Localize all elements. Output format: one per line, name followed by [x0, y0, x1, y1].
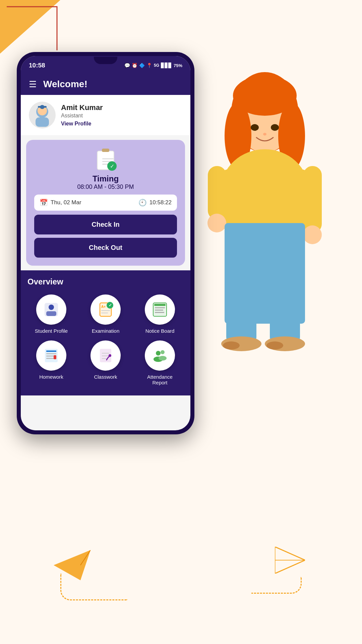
svg-point-10 [251, 124, 259, 131]
svg-rect-49 [46, 356, 54, 357]
timing-card: ✓ Timing 08:00 AM - 05:30 PM 📅 Thu, 02 M… [26, 140, 185, 266]
network-icon: 5G [154, 63, 159, 68]
location-icon: 📍 [146, 63, 152, 68]
notice-board-label: Notice Board [145, 328, 175, 334]
notice-board-icon-circle [145, 294, 175, 325]
phone-screen: 10:58 💬 ⏰ 🔷 📍 5G ▊▊▊ 75% ☰ Welcome! [21, 56, 190, 430]
svg-rect-51 [54, 355, 56, 359]
whatsapp-icon: 💬 [124, 63, 130, 68]
view-profile-link[interactable]: View Profile [61, 121, 103, 127]
svg-rect-31 [38, 106, 47, 108]
attendance-report-icon-circle [145, 340, 175, 371]
status-icons: 💬 ⏰ 🔷 📍 5G ▊▊▊ 75% [124, 63, 182, 68]
check-in-button[interactable]: Check In [34, 215, 177, 234]
svg-rect-21 [226, 270, 256, 344]
examination-label: Examination [92, 328, 120, 334]
svg-point-11 [271, 124, 279, 131]
phone-frame: 10:58 💬 ⏰ 🔷 📍 5G ▊▊▊ 75% ☰ Welcome! [17, 52, 194, 434]
app-header: ☰ Welcome! [21, 73, 190, 95]
check-circle-icon: ✓ [107, 161, 117, 171]
svg-point-26 [266, 341, 283, 350]
homework-icon-circle [36, 340, 66, 371]
date-time-row: 📅 Thu, 02 Mar 🕙 10:58:22 [34, 195, 177, 211]
svg-point-60 [159, 356, 167, 361]
phone-notch [94, 57, 117, 64]
homework-label: Homework [39, 374, 63, 380]
classwork-label: Classwork [94, 374, 117, 380]
svg-rect-15 [221, 169, 308, 230]
dotted-line-right [251, 577, 302, 594]
bluetooth-icon: 🔷 [139, 63, 145, 68]
svg-point-25 [223, 341, 240, 350]
svg-rect-44 [155, 310, 163, 311]
profile-name: Amit Kumar [61, 103, 103, 112]
svg-rect-22 [270, 270, 300, 344]
overview-title: Overview [27, 277, 184, 286]
overview-item-examination[interactable]: A+ ✓ Examination [82, 294, 129, 334]
clock-icon: 🕙 [138, 199, 147, 207]
examination-icon-circle: A+ ✓ [90, 294, 121, 325]
svg-point-57 [156, 351, 161, 356]
svg-rect-48 [46, 353, 56, 354]
svg-marker-0 [0, 0, 60, 54]
status-time: 10:58 [29, 62, 45, 69]
svg-rect-34 [46, 311, 56, 316]
alarm-icon: ⏰ [132, 63, 137, 68]
svg-rect-43 [155, 307, 165, 308]
date-text: Thu, 02 Mar [51, 199, 81, 206]
svg-text:A+: A+ [101, 305, 106, 309]
check-out-button[interactable]: Check Out [34, 238, 177, 258]
time-display: 🕙 10:58:22 [138, 199, 172, 207]
svg-rect-47 [46, 351, 56, 352]
svg-rect-28 [36, 117, 49, 127]
profile-role: Assistant [61, 113, 103, 119]
svg-point-18 [207, 214, 226, 232]
overview-item-homework[interactable]: Homework [27, 340, 75, 385]
calendar-icon: 📅 [40, 199, 48, 207]
top-left-decoration [0, 0, 67, 60]
svg-rect-42 [154, 304, 166, 306]
student-profile-icon-circle [36, 294, 66, 325]
overview-grid: Student Profile A+ ✓ Exami [27, 294, 184, 385]
svg-text:✓: ✓ [109, 303, 112, 308]
svg-point-56 [109, 354, 111, 357]
svg-point-9 [233, 75, 297, 116]
date-display: 📅 Thu, 02 Mar [40, 199, 81, 207]
app-title: Welcome! [43, 79, 87, 90]
avatar [29, 102, 56, 128]
attendance-report-label: Attendance Report [147, 374, 173, 385]
profile-section: Amit Kumar Assistant View Profile [21, 95, 190, 135]
timing-icon-area: ✓ Timing 08:00 AM - 05:30 PM [34, 148, 177, 191]
timing-icon: ✓ [94, 148, 117, 171]
timing-hours: 08:00 AM - 05:30 PM [77, 183, 134, 191]
hamburger-menu-icon[interactable]: ☰ [29, 79, 37, 90]
overview-item-student-profile[interactable]: Student Profile [27, 294, 75, 334]
timing-title: Timing [93, 174, 119, 183]
svg-rect-16 [208, 166, 226, 220]
svg-point-58 [161, 350, 165, 354]
student-profile-label: Student Profile [35, 328, 68, 334]
svg-rect-17 [303, 166, 322, 233]
battery-icon: 75% [174, 63, 182, 68]
svg-point-12 [263, 133, 266, 136]
clipboard-clip [102, 149, 109, 152]
svg-point-19 [303, 225, 322, 244]
paper-plane-right-decoration [275, 547, 305, 574]
signal-icon: ▊▊▊ [161, 63, 172, 68]
overview-item-attendance-report[interactable]: Attendance Report [136, 340, 184, 385]
overview-section: Overview Student Profile [21, 270, 190, 395]
dotted-line-left [60, 574, 127, 600]
classwork-icon-circle [90, 340, 121, 371]
character-illustration [178, 52, 352, 387]
overview-item-notice-board[interactable]: Notice Board [136, 294, 184, 334]
profile-info: Amit Kumar Assistant View Profile [61, 103, 103, 127]
overview-item-classwork[interactable]: Classwork [82, 340, 129, 385]
time-text: 10:58:22 [149, 199, 172, 206]
svg-rect-45 [155, 312, 164, 313]
svg-point-33 [49, 305, 54, 310]
